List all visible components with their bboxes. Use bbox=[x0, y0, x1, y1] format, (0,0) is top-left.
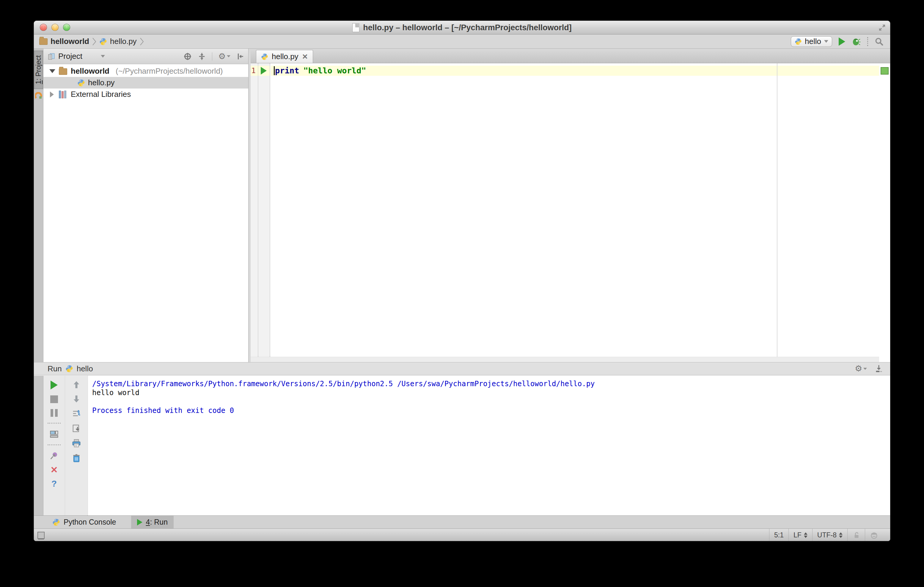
tree-row-hello-py[interactable]: hello.py bbox=[43, 77, 248, 89]
python-icon bbox=[77, 79, 85, 87]
lock-widget[interactable] bbox=[847, 529, 865, 541]
clear-console-button[interactable] bbox=[72, 454, 81, 462]
project-tool-window-button[interactable]: 1: Project bbox=[34, 51, 43, 89]
hector-icon bbox=[870, 531, 878, 539]
code-string: "hello world" bbox=[303, 66, 366, 75]
close-icon[interactable]: ✕ bbox=[302, 53, 308, 61]
close-button[interactable]: ✕ bbox=[50, 466, 58, 474]
run-panel-header: Run hello ⚙ bbox=[34, 362, 890, 375]
line-number: 1 bbox=[251, 66, 257, 75]
tree-file-name: hello.py bbox=[88, 78, 115, 87]
line-ending-widget[interactable]: LF bbox=[789, 529, 812, 541]
breadcrumb-file[interactable]: hello.py bbox=[110, 37, 137, 46]
python-icon bbox=[65, 365, 73, 373]
document-icon bbox=[352, 23, 360, 32]
restore-layout-button[interactable] bbox=[50, 429, 59, 439]
scroll-to-end-button[interactable] bbox=[72, 424, 81, 433]
stop-button[interactable] bbox=[50, 395, 58, 403]
print-button[interactable] bbox=[72, 439, 81, 448]
rerun-button[interactable] bbox=[51, 381, 58, 390]
gear-settings-button[interactable]: ⚙ bbox=[218, 52, 230, 61]
project-view-label: Project bbox=[58, 52, 82, 61]
console-line: /System/Library/Frameworks/Python.framew… bbox=[92, 379, 890, 388]
editor-content[interactable]: 1 print"hello world" bbox=[251, 63, 890, 362]
project-view-icon bbox=[48, 53, 55, 60]
run-configuration-value: hello bbox=[805, 37, 821, 46]
panel-splitter[interactable] bbox=[249, 49, 251, 362]
window-title: hello.py – helloworld – [~/PycharmProjec… bbox=[363, 23, 571, 32]
close-window-button[interactable] bbox=[40, 24, 47, 31]
encoding-widget[interactable]: UTF-8 bbox=[812, 529, 847, 541]
editor-gutter: 1 bbox=[251, 63, 270, 357]
hector-widget[interactable] bbox=[865, 529, 883, 541]
breadcrumb: helloworld hello.py bbox=[34, 37, 144, 46]
up-arrow-button[interactable] bbox=[72, 381, 81, 389]
python-icon bbox=[795, 38, 802, 45]
tree-row-external-libraries[interactable]: External Libraries bbox=[43, 89, 248, 100]
run-tool-window: Run hello ⚙ bbox=[34, 362, 890, 515]
editor-tab-hello-py[interactable]: hello.py ✕ bbox=[256, 50, 313, 63]
project-panel: Project ⚙ bbox=[43, 49, 249, 362]
run-gear-button[interactable]: ⚙ bbox=[855, 365, 867, 373]
python-icon bbox=[261, 53, 268, 60]
breadcrumb-project[interactable]: helloworld bbox=[51, 37, 89, 46]
chevron-down-icon bbox=[824, 40, 828, 43]
dock-icon[interactable] bbox=[874, 365, 883, 373]
run-configuration-select[interactable]: hello bbox=[791, 36, 832, 47]
run-panel-config: hello bbox=[77, 364, 93, 373]
title-bar[interactable]: hello.py – helloworld – [~/PycharmProjec… bbox=[34, 21, 890, 35]
tree-row-project-root[interactable]: helloworld (~/PycharmProjects/helloworld… bbox=[43, 65, 248, 77]
locate-icon[interactable] bbox=[183, 52, 192, 61]
tree-project-path: (~/PycharmProjects/helloworld) bbox=[116, 67, 223, 76]
run-tab[interactable]: 4: Run bbox=[131, 516, 174, 529]
run-button[interactable] bbox=[839, 38, 845, 46]
hide-panel-icon[interactable] bbox=[236, 52, 244, 61]
run-icon bbox=[137, 519, 142, 526]
updown-icon bbox=[804, 532, 807, 538]
updown-icon bbox=[839, 532, 843, 538]
horizontal-scrollbar[interactable] bbox=[251, 357, 879, 362]
search-icon[interactable] bbox=[874, 37, 884, 46]
caret-position-widget[interactable]: 5:1 bbox=[769, 529, 789, 541]
error-stripe-bar[interactable] bbox=[879, 63, 890, 362]
unlock-icon bbox=[852, 531, 860, 539]
help-button[interactable]: ? bbox=[51, 480, 57, 487]
pause-button[interactable] bbox=[51, 409, 58, 417]
run-line-icon[interactable] bbox=[261, 67, 267, 74]
run-console-output[interactable]: /System/Library/Frameworks/Python.framew… bbox=[87, 376, 890, 515]
soft-wrap-button[interactable] bbox=[72, 409, 81, 418]
chevron-right-icon bbox=[140, 38, 144, 46]
folder-icon bbox=[59, 68, 67, 75]
console-line: hello world bbox=[92, 388, 890, 397]
chevron-down-icon bbox=[227, 55, 230, 58]
status-bar: 5:1 LF UTF-8 bbox=[34, 528, 890, 541]
python-console-label: Python Console bbox=[64, 518, 116, 526]
toolbar-separator bbox=[48, 444, 61, 445]
editor-tab-bar: hello.py ✕ bbox=[251, 49, 890, 63]
run-tab-label: : Run bbox=[150, 518, 168, 526]
toolbar-separator bbox=[867, 37, 868, 46]
python-icon bbox=[99, 38, 107, 46]
window-resize-icon[interactable] bbox=[878, 23, 886, 32]
python-console-tab[interactable]: Python Console bbox=[46, 516, 122, 529]
grip-icon[interactable] bbox=[38, 532, 45, 539]
run-toolbar-secondary bbox=[65, 376, 87, 515]
project-tree: helloworld (~/PycharmProjects/helloworld… bbox=[43, 64, 248, 100]
debug-button[interactable] bbox=[852, 37, 861, 46]
gear-icon: ⚙ bbox=[218, 52, 226, 61]
project-view-select[interactable]: Project bbox=[48, 52, 105, 61]
python-console-icon bbox=[52, 518, 60, 526]
collapse-arrow-icon[interactable] bbox=[50, 92, 54, 97]
inspections-ok-indicator[interactable] bbox=[881, 67, 889, 74]
gear-icon: ⚙ bbox=[855, 365, 862, 373]
pin-button[interactable] bbox=[50, 451, 59, 460]
tool-window-bar: Python Console 4: Run bbox=[34, 515, 890, 528]
pycharm-window: hello.py – helloworld – [~/PycharmProjec… bbox=[34, 20, 890, 541]
pycharm-logo-icon bbox=[35, 92, 42, 99]
collapse-all-icon[interactable] bbox=[198, 52, 206, 61]
zoom-window-button[interactable] bbox=[63, 24, 70, 31]
expand-arrow-icon[interactable] bbox=[50, 69, 55, 73]
down-arrow-button[interactable] bbox=[72, 395, 81, 403]
minimize-window-button[interactable] bbox=[51, 24, 59, 31]
editor-tab-label: hello.py bbox=[272, 52, 299, 61]
